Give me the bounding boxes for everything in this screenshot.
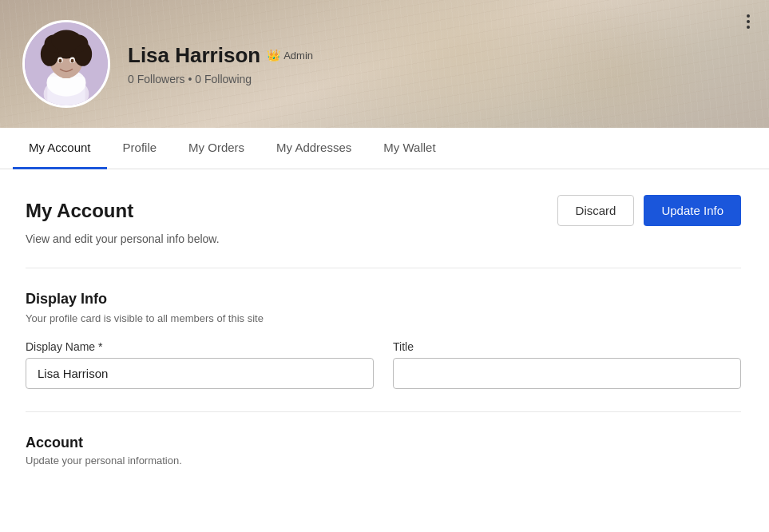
tab-my-account[interactable]: My Account: [13, 128, 107, 169]
menu-dot: [747, 14, 750, 18]
section-divider-2: [26, 411, 741, 412]
user-name-text: Lisa Harrison: [128, 43, 260, 68]
display-info-title: Display Info: [26, 291, 741, 308]
page-header: My Account Discard Update Info: [26, 195, 741, 226]
menu-dot: [747, 26, 750, 29]
display-name-input[interactable]: [26, 358, 374, 389]
following-label: Following: [204, 73, 252, 85]
section-divider-1: [26, 268, 741, 268]
user-name-heading: Lisa Harrison 👑 Admin: [128, 43, 313, 68]
update-info-button[interactable]: Update Info: [644, 195, 741, 226]
followers-label: Followers: [137, 73, 185, 85]
tab-profile[interactable]: Profile: [107, 128, 173, 169]
title-input[interactable]: [393, 358, 741, 389]
account-section-title: Account: [26, 435, 741, 451]
svg-point-14: [59, 59, 62, 63]
tab-my-wallet[interactable]: My Wallet: [367, 128, 451, 169]
tab-my-orders[interactable]: My Orders: [172, 128, 260, 169]
svg-point-15: [71, 59, 74, 63]
avatar: [22, 20, 110, 108]
crown-icon: 👑: [267, 49, 280, 62]
display-name-group: Display Name *: [26, 340, 374, 389]
title-label: Title: [393, 340, 741, 353]
page-title: My Account: [26, 200, 133, 222]
display-info-form-row: Display Name * Title: [26, 340, 741, 389]
title-group: Title: [393, 340, 741, 389]
admin-label: Admin: [283, 50, 313, 62]
stats-separator: •: [188, 73, 192, 85]
account-section: Account Update your personal information…: [26, 435, 741, 466]
menu-dot: [747, 20, 750, 23]
svg-point-11: [51, 30, 81, 50]
account-section-desc: Update your personal information.: [26, 455, 741, 466]
page-subtitle: View and edit your personal info below.: [26, 232, 741, 245]
discard-button[interactable]: Discard: [557, 195, 635, 226]
admin-badge: 👑 Admin: [267, 49, 313, 62]
display-info-desc: Your profile card is visible to all memb…: [26, 312, 741, 324]
followers-count: 0: [128, 73, 134, 85]
hero-content: Lisa Harrison 👑 Admin 0 Followers • 0 Fo…: [0, 0, 769, 128]
following-count: 0: [195, 73, 201, 85]
tabs-navigation: My Account Profile My Orders My Addresse…: [0, 128, 769, 169]
hero-menu-button[interactable]: [740, 11, 756, 32]
action-buttons: Discard Update Info: [557, 195, 741, 226]
display-info-section: Display Info Your profile card is visibl…: [26, 291, 741, 389]
display-name-label: Display Name *: [26, 340, 374, 353]
main-content: My Account Discard Update Info View and …: [0, 169, 767, 498]
user-stats: 0 Followers • 0 Following: [128, 73, 313, 85]
hero-banner: Lisa Harrison 👑 Admin 0 Followers • 0 Fo…: [0, 0, 769, 128]
tab-my-addresses[interactable]: My Addresses: [260, 128, 367, 169]
hero-info: Lisa Harrison 👑 Admin 0 Followers • 0 Fo…: [128, 43, 313, 85]
